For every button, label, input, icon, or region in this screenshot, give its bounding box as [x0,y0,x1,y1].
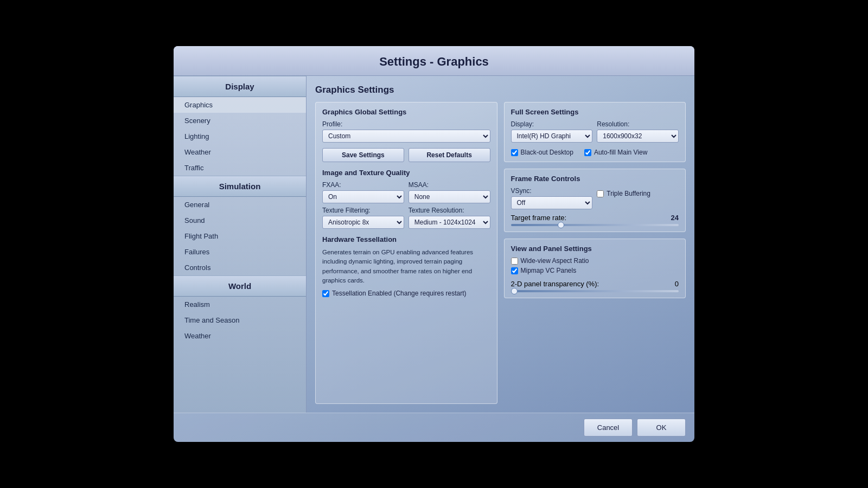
vsync-col: VSync: Off On [511,187,593,209]
sidebar-item-graphics[interactable]: Graphics [174,97,306,113]
blackout-row: Black-out Desktop [511,149,573,156]
filtering-label: Texture Filtering: [322,207,404,214]
msaa-label: MSAA: [409,181,490,189]
sidebar-item-weather-world[interactable]: Weather [174,328,306,344]
hardware-tessellation-title: Hardware Tessellation [322,235,490,243]
frame-rate-panel: Frame Rate Controls VSync: Off On [504,169,686,232]
display-select[interactable]: Intel(R) HD Graphi [511,130,593,143]
resolution-col: Resolution: 1600x900x32 1920x1080x32 256… [597,120,679,143]
tessellation-label: Tessellation Enabled (Change requires re… [332,290,466,297]
tessellation-description: Generates terrain on GPU enabling advanc… [322,248,490,285]
profile-label: Profile: [322,120,490,128]
global-settings-title: Graphics Global Settings [322,108,490,116]
vsync-label: VSync: [511,187,593,195]
fullscreen-title: Full Screen Settings [511,108,679,116]
filtering-col: Texture Filtering: Anisotropic 8x Anisot… [322,207,404,229]
resolution-label: Resolution: [597,120,679,128]
settings-btn-row: Save Settings Reset Defaults [322,148,490,162]
transparency-value: 0 [675,280,679,288]
sidebar-item-traffic[interactable]: Traffic [174,160,306,176]
transparency-slider-container [511,290,679,292]
frame-rate-title: Frame Rate Controls [511,175,679,183]
transparency-row: 2-D panel transparency (%): 0 [511,280,679,288]
sidebar-simulation-section: Simulation General Sound Flight Path Fai… [174,176,306,275]
vsync-select[interactable]: Off On [511,196,593,209]
settings-dialog: Settings - Graphics Display Graphics Sce… [174,46,694,442]
fxaa-col: FXAA: On Off [322,181,404,203]
target-value: 24 [671,214,679,222]
sidebar-simulation-header: Simulation [174,176,306,197]
image-texture-section: Image and Texture Quality FXAA: On Off M [322,169,490,229]
blackout-checkbox[interactable] [511,149,518,156]
sidebar-display-header: Display [174,76,306,97]
transparency-slider[interactable] [511,290,679,292]
sidebar-item-lighting[interactable]: Lighting [174,129,306,144]
sidebar-item-scenery[interactable]: Scenery [174,113,306,129]
target-framerate-row: Target frame rate: 24 [511,214,679,222]
resolution-select[interactable]: 1600x900x32 1920x1080x32 2560x1440x32 [597,130,679,143]
framerate-slider-container [511,224,679,226]
tessellation-checkbox-row: Tessellation Enabled (Change requires re… [322,290,490,297]
view-panel: View and Panel Settings Wide-view Aspect… [504,239,686,298]
fxaa-msaa-row: FXAA: On Off MSAA: None 2x [322,181,490,203]
wideview-checkbox[interactable] [511,258,518,265]
autofill-checkbox[interactable] [584,149,591,156]
msaa-col: MSAA: None 2x 4x 8x [409,181,490,203]
framerate-slider[interactable] [511,224,679,226]
autofill-row: Auto-fill Main View [584,149,647,156]
main-content: Graphics Settings Graphics Global Settin… [307,76,694,413]
texture-resolution-label: Texture Resolution: [409,207,490,214]
sidebar-display-section: Display Graphics Scenery Lighting Weathe… [174,76,306,176]
display-label: Display: [511,120,593,128]
mipmap-checkbox[interactable] [511,267,518,274]
sidebar-item-flight-path[interactable]: Flight Path [174,228,306,244]
fxaa-label: FXAA: [322,181,404,189]
mipmap-label: Mipmap VC Panels [521,267,577,274]
display-resolution-row: Display: Intel(R) HD Graphi Resolution: … [511,120,679,143]
reset-defaults-button[interactable]: Reset Defaults [409,148,490,162]
view-panel-title: View and Panel Settings [511,245,679,253]
tessellation-checkbox[interactable] [322,290,329,297]
title-bar: Settings - Graphics [174,46,694,76]
ok-button[interactable]: OK [637,419,686,436]
sidebar-item-failures[interactable]: Failures [174,244,306,260]
dialog-body: Display Graphics Scenery Lighting Weathe… [174,76,694,413]
wideview-label: Wide-view Aspect Ratio [521,257,589,265]
sidebar: Display Graphics Scenery Lighting Weathe… [174,76,307,413]
wideview-row: Wide-view Aspect Ratio [511,257,679,265]
dialog-title: Settings - Graphics [174,55,694,69]
bottom-bar: Cancel OK [174,413,694,442]
global-settings-panel: Graphics Global Settings Profile: Custom… [315,102,497,404]
autofill-label: Auto-fill Main View [594,149,647,156]
msaa-select[interactable]: None 2x 4x 8x [409,190,490,203]
sidebar-item-time-season[interactable]: Time and Season [174,312,306,328]
section-title: Graphics Settings [315,85,686,95]
triple-buffering-row: Triple Buffering [597,190,650,197]
right-column: Full Screen Settings Display: Intel(R) H… [504,102,686,404]
profile-select[interactable]: Custom Low Medium High Ultra [322,130,490,143]
fxaa-select[interactable]: On Off [322,190,404,203]
filtering-resolution-row: Texture Filtering: Anisotropic 8x Anisot… [322,207,490,229]
sidebar-item-controls[interactable]: Controls [174,260,306,275]
sidebar-world-section: World Realism Time and Season Weather [174,275,306,344]
fullscreen-settings-panel: Full Screen Settings Display: Intel(R) H… [504,102,686,162]
sidebar-world-header: World [174,275,306,297]
sidebar-item-weather-display[interactable]: Weather [174,144,306,160]
hardware-tessellation-section: Hardware Tessellation Generates terrain … [322,235,490,297]
filtering-select[interactable]: Anisotropic 8x Anisotropic 4x Bilinear T… [322,216,404,229]
transparency-label: 2-D panel transparency (%): [511,280,599,288]
sidebar-item-realism[interactable]: Realism [174,297,306,312]
fullscreen-checkboxes: Black-out Desktop Auto-fill Main View [511,146,679,156]
display-col: Display: Intel(R) HD Graphi [511,120,593,143]
sidebar-item-general[interactable]: General [174,197,306,213]
blackout-label: Black-out Desktop [521,149,573,156]
image-texture-title: Image and Texture Quality [322,169,490,177]
cancel-button[interactable]: Cancel [584,419,633,436]
vsync-row: VSync: Off On Triple Buffering [511,187,679,209]
texture-resolution-select[interactable]: Medium - 1024x1024 Low - 512x512 High - … [409,216,490,229]
save-settings-button[interactable]: Save Settings [322,148,404,162]
sidebar-item-sound[interactable]: Sound [174,213,306,228]
mipmap-row: Mipmap VC Panels [511,267,679,274]
target-label: Target frame rate: [511,214,567,222]
triple-buffering-checkbox[interactable] [597,190,604,197]
